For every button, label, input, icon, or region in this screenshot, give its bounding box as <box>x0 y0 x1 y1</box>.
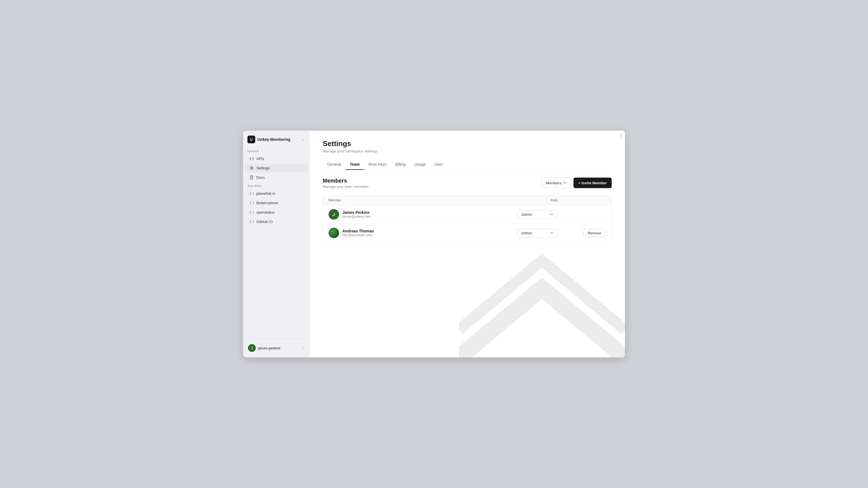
settings-tabs: General Team Root Keys Billing Usage Use… <box>323 160 612 170</box>
sidebar-item-github-ci[interactable]: GitHub CI <box>245 217 308 226</box>
sidebar-bottom: J james-perkins › <box>243 338 309 357</box>
user-chevron-icon: › <box>303 346 304 350</box>
workspace-icon: U <box>247 135 255 143</box>
page-subtitle: Manage your workspace settings. <box>323 149 612 153</box>
member-info-andreas: Andreas Thomas dev@chronark.com <box>329 228 517 238</box>
sidebar-item-betteruptime-label: BetterUptime <box>256 201 278 205</box>
members-table: Member Role J James Perkins james@unkey.… <box>323 195 612 242</box>
section-title-group: Members Manage your team members <box>323 177 369 189</box>
sidebar-item-planetfall-label: planetfall.io <box>256 191 275 196</box>
filter-dropdown[interactable]: Members <box>542 177 570 188</box>
gear-icon <box>249 165 254 170</box>
member-info-james: J James Perkins james@unkey.dev <box>329 209 517 220</box>
sidebar-item-settings-label: Settings <box>256 166 270 170</box>
th-role: Role <box>551 198 606 202</box>
member-details-james: James Perkins james@unkey.dev <box>342 210 371 219</box>
th-member: Member <box>329 198 551 202</box>
tab-team[interactable]: Team <box>345 160 364 170</box>
sidebar-item-planetfall[interactable]: planetfall.io <box>245 189 308 198</box>
avatar: J <box>248 344 256 352</box>
actions-cell-andreas: Remove <box>573 229 606 237</box>
sidebar-item-betteruptime[interactable]: BetterUptime <box>245 198 308 207</box>
role-cell-james: Admin <box>517 210 573 219</box>
sidebar-item-openstatus-label: openstatus <box>256 210 275 215</box>
your-apis-section-label: Your APIs <box>243 182 309 189</box>
workspace-selector[interactable]: U Unkey-Monitoring <box>247 135 290 143</box>
sidebar-item-docs[interactable]: Docs <box>245 173 308 182</box>
member-name: Andreas Thomas <box>342 229 374 233</box>
user-name: james-perkins <box>258 346 301 350</box>
sidebar: U Unkey-Monitoring ⌄ General APIs Settin… <box>243 131 309 357</box>
member-email: james@unkey.dev <box>342 215 371 219</box>
api-code-icon-2 <box>249 200 254 205</box>
user-profile[interactable]: J james-perkins › <box>246 342 306 354</box>
table-row: Andreas Thomas dev@chronark.com Admin <box>323 224 612 242</box>
invite-member-button[interactable]: + Invite Member <box>574 177 612 188</box>
sidebar-item-github-ci-label: GitHub CI <box>256 220 273 224</box>
section-title: Members <box>323 177 369 184</box>
role-chevron-icon <box>550 213 553 216</box>
remove-member-button[interactable]: Remove <box>583 229 606 237</box>
book-icon <box>249 175 254 180</box>
role-chevron-icon <box>550 231 553 235</box>
api-code-icon-3 <box>249 210 254 215</box>
role-label: Admin <box>522 213 532 217</box>
workspace-chevron-icon[interactable]: ⌄ <box>302 137 305 141</box>
role-label: Admin <box>522 231 532 235</box>
page-title: Settings <box>323 139 612 148</box>
api-code-icon-1 <box>249 191 254 196</box>
api-code-icon-4 <box>249 219 254 224</box>
role-select-james[interactable]: Admin <box>517 210 557 219</box>
filter-chevron-icon <box>563 181 566 185</box>
sidebar-item-settings[interactable]: Settings <box>245 163 308 172</box>
tab-usage[interactable]: Usage <box>410 160 430 170</box>
member-details-andreas: Andreas Thomas dev@chronark.com <box>342 229 374 237</box>
avatar <box>329 228 339 238</box>
sidebar-header: U Unkey-Monitoring ⌄ <box>243 131 309 147</box>
member-name: James Perkins <box>342 210 371 215</box>
sidebar-item-apis-label: APIs <box>256 157 264 161</box>
code-icon <box>249 156 254 161</box>
tab-general[interactable]: General <box>323 160 345 170</box>
avatar: J <box>329 209 339 220</box>
member-email: dev@chronark.com <box>342 233 374 237</box>
table-header: Member Role <box>323 196 612 205</box>
tab-user[interactable]: User <box>430 160 447 170</box>
tab-root-keys[interactable]: Root Keys <box>364 160 391 170</box>
members-section-header: Members Manage your team members Members… <box>323 177 612 189</box>
role-cell-andreas: Admin <box>517 229 573 237</box>
section-actions: Members + Invite Member <box>542 177 612 188</box>
main-content: Settings Manage your workspace settings.… <box>309 131 625 357</box>
role-select-andreas[interactable]: Admin <box>517 229 557 237</box>
svg-point-0 <box>251 167 252 168</box>
sidebar-item-docs-label: Docs <box>256 175 265 180</box>
tab-billing[interactable]: Billing <box>391 160 410 170</box>
table-row: J James Perkins james@unkey.dev Admin <box>323 205 612 224</box>
sidebar-item-openstatus[interactable]: openstatus <box>245 208 308 217</box>
section-description: Manage your team members <box>323 185 369 189</box>
workspace-name: Unkey-Monitoring <box>257 137 290 142</box>
general-section-label: General <box>243 147 309 154</box>
sidebar-item-apis[interactable]: APIs <box>245 154 308 163</box>
filter-label: Members <box>546 181 561 185</box>
